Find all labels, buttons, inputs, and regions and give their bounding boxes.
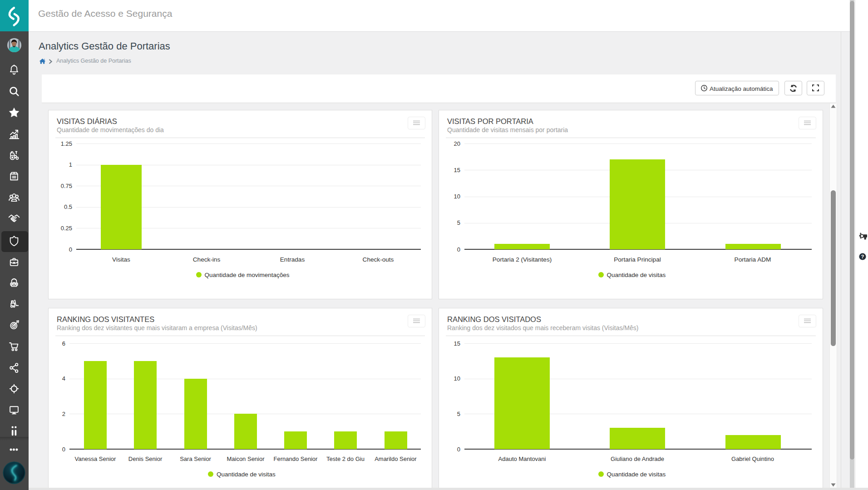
svg-text:?: ? [861, 254, 864, 259]
